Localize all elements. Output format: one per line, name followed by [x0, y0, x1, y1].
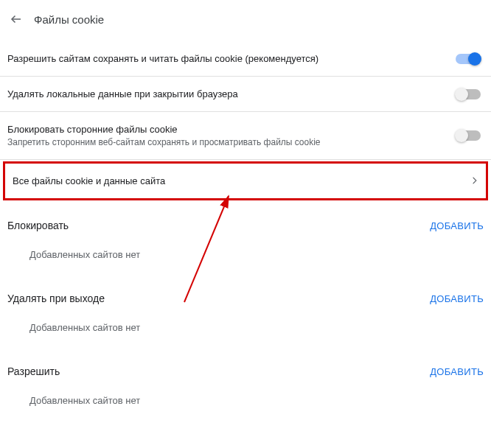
- link-label: Все файлы cookie и данные сайта: [13, 175, 165, 186]
- setting-allow-cookies[interactable]: Разрешить сайтам сохранять и читать файл…: [0, 41, 491, 77]
- setting-label: Разрешить сайтам сохранять и читать файл…: [7, 53, 456, 64]
- section-clear-on-exit: Удалять при выходе ДОБАВИТЬ: [0, 275, 491, 310]
- section-title: Разрешить: [7, 365, 60, 377]
- arrow-left-icon: [10, 13, 23, 26]
- empty-message-block: Добавленных сайтов нет: [0, 237, 491, 275]
- section-title: Удалять при выходе: [7, 293, 105, 304]
- back-button[interactable]: [7, 10, 25, 28]
- page-title: Файлы cookie: [34, 13, 104, 26]
- page-header: Файлы cookie: [0, 0, 491, 41]
- setting-label: Блокировать сторонние файлы cookie: [7, 124, 456, 135]
- toggle-clear-on-exit[interactable]: [456, 89, 481, 99]
- add-button-block[interactable]: ДОБАВИТЬ: [430, 220, 484, 231]
- empty-message-clear-on-exit: Добавленных сайтов нет: [0, 310, 491, 348]
- toggle-block-third-party[interactable]: [456, 130, 481, 141]
- add-button-allow[interactable]: ДОБАВИТЬ: [430, 366, 484, 377]
- section-block: Блокировать ДОБАВИТЬ: [0, 202, 491, 237]
- toggle-allow-cookies[interactable]: [456, 54, 481, 64]
- chevron-right-icon: [473, 175, 478, 186]
- setting-clear-on-exit[interactable]: Удалять локальные данные при закрытии бр…: [0, 77, 491, 112]
- add-button-clear-on-exit[interactable]: ДОБАВИТЬ: [430, 293, 484, 304]
- all-cookies-link[interactable]: Все файлы cookie и данные сайта: [3, 161, 488, 200]
- empty-message-allow: Добавленных сайтов нет: [0, 383, 491, 421]
- setting-block-third-party[interactable]: Блокировать сторонние файлы cookie Запре…: [0, 112, 491, 160]
- setting-sublabel: Запретить сторонним веб-сайтам сохранять…: [7, 137, 456, 147]
- section-title: Блокировать: [7, 220, 69, 231]
- section-allow: Разрешить ДОБАВИТЬ: [0, 348, 491, 383]
- setting-label: Удалять локальные данные при закрытии бр…: [7, 88, 456, 99]
